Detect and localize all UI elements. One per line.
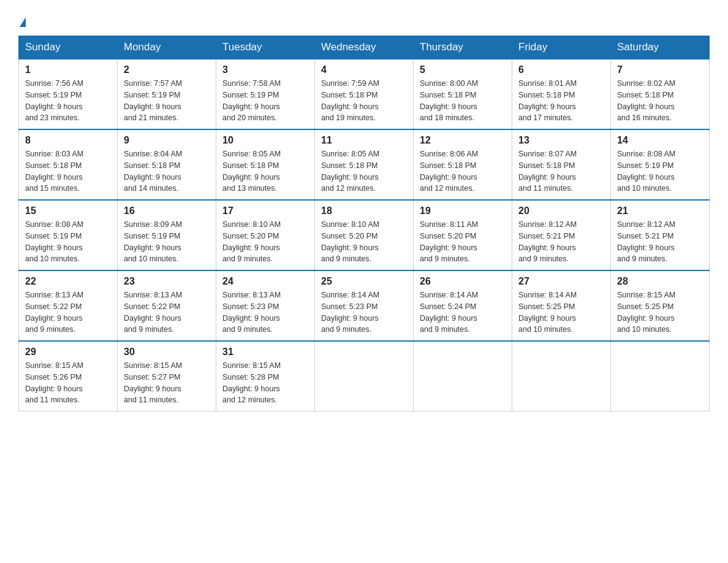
day-info: Sunrise: 8:03 AMSunset: 5:18 PMDaylight:… bbox=[25, 148, 111, 194]
day-number: 30 bbox=[124, 347, 210, 358]
day-info: Sunrise: 8:14 AMSunset: 5:24 PMDaylight:… bbox=[420, 289, 506, 335]
day-info: Sunrise: 8:01 AMSunset: 5:18 PMDaylight:… bbox=[518, 78, 604, 124]
calendar-week-row: 1 Sunrise: 7:56 AMSunset: 5:19 PMDayligh… bbox=[19, 59, 710, 129]
day-info: Sunrise: 7:59 AMSunset: 5:18 PMDaylight:… bbox=[321, 78, 407, 124]
calendar-cell: 1 Sunrise: 7:56 AMSunset: 5:19 PMDayligh… bbox=[19, 59, 118, 129]
calendar-cell: 5 Sunrise: 8:00 AMSunset: 5:18 PMDayligh… bbox=[414, 59, 512, 129]
day-number: 24 bbox=[222, 276, 308, 287]
day-info: Sunrise: 8:15 AMSunset: 5:27 PMDaylight:… bbox=[124, 360, 210, 406]
day-info: Sunrise: 8:08 AMSunset: 5:19 PMDaylight:… bbox=[617, 148, 703, 194]
calendar-cell: 20 Sunrise: 8:12 AMSunset: 5:21 PMDaylig… bbox=[512, 200, 611, 270]
day-number: 25 bbox=[321, 276, 407, 287]
calendar-cell: 8 Sunrise: 8:03 AMSunset: 5:18 PMDayligh… bbox=[19, 129, 118, 200]
header-sunday: Sunday bbox=[19, 36, 118, 59]
calendar-cell: 24 Sunrise: 8:13 AMSunset: 5:23 PMDaylig… bbox=[216, 270, 315, 341]
calendar-cell: 7 Sunrise: 8:02 AMSunset: 5:18 PMDayligh… bbox=[611, 59, 710, 129]
day-info: Sunrise: 8:09 AMSunset: 5:19 PMDaylight:… bbox=[124, 219, 210, 265]
day-info: Sunrise: 8:10 AMSunset: 5:20 PMDaylight:… bbox=[222, 219, 308, 265]
logo-triangle-icon bbox=[20, 17, 26, 27]
calendar-week-row: 15 Sunrise: 8:08 AMSunset: 5:19 PMDaylig… bbox=[19, 200, 710, 270]
calendar-cell: 13 Sunrise: 8:07 AMSunset: 5:18 PMDaylig… bbox=[512, 129, 611, 200]
day-number: 11 bbox=[321, 135, 407, 146]
day-info: Sunrise: 7:56 AMSunset: 5:19 PMDaylight:… bbox=[25, 78, 111, 124]
day-info: Sunrise: 8:02 AMSunset: 5:18 PMDaylight:… bbox=[617, 78, 703, 124]
calendar-cell: 4 Sunrise: 7:59 AMSunset: 5:18 PMDayligh… bbox=[315, 59, 414, 129]
calendar-cell: 30 Sunrise: 8:15 AMSunset: 5:27 PMDaylig… bbox=[118, 341, 216, 412]
day-info: Sunrise: 8:14 AMSunset: 5:25 PMDaylight:… bbox=[518, 289, 604, 335]
header-saturday: Saturday bbox=[611, 36, 710, 59]
day-number: 17 bbox=[222, 205, 308, 216]
calendar-cell: 15 Sunrise: 8:08 AMSunset: 5:19 PMDaylig… bbox=[19, 200, 118, 270]
calendar-cell: 9 Sunrise: 8:04 AMSunset: 5:18 PMDayligh… bbox=[118, 129, 216, 200]
day-number: 1 bbox=[25, 64, 111, 75]
day-number: 13 bbox=[518, 135, 604, 146]
day-info: Sunrise: 8:15 AMSunset: 5:26 PMDaylight:… bbox=[25, 360, 111, 406]
day-info: Sunrise: 8:12 AMSunset: 5:21 PMDaylight:… bbox=[617, 219, 703, 265]
calendar-cell: 26 Sunrise: 8:14 AMSunset: 5:24 PMDaylig… bbox=[414, 270, 512, 341]
day-number: 2 bbox=[124, 64, 210, 75]
calendar-cell: 3 Sunrise: 7:58 AMSunset: 5:19 PMDayligh… bbox=[216, 59, 315, 129]
calendar-cell: 2 Sunrise: 7:57 AMSunset: 5:19 PMDayligh… bbox=[118, 59, 216, 129]
day-number: 20 bbox=[518, 205, 604, 216]
day-info: Sunrise: 8:05 AMSunset: 5:18 PMDaylight:… bbox=[222, 148, 308, 194]
day-number: 9 bbox=[124, 135, 210, 146]
calendar-cell: 23 Sunrise: 8:13 AMSunset: 5:22 PMDaylig… bbox=[118, 270, 216, 341]
header-wednesday: Wednesday bbox=[315, 36, 414, 59]
day-info: Sunrise: 8:12 AMSunset: 5:21 PMDaylight:… bbox=[518, 219, 604, 265]
day-number: 31 bbox=[222, 347, 308, 358]
day-info: Sunrise: 7:58 AMSunset: 5:19 PMDaylight:… bbox=[222, 78, 308, 124]
day-info: Sunrise: 8:14 AMSunset: 5:23 PMDaylight:… bbox=[321, 289, 407, 335]
calendar-cell: 16 Sunrise: 8:09 AMSunset: 5:19 PMDaylig… bbox=[118, 200, 216, 270]
calendar-cell: 28 Sunrise: 8:15 AMSunset: 5:25 PMDaylig… bbox=[611, 270, 710, 341]
day-number: 19 bbox=[420, 205, 506, 216]
day-info: Sunrise: 8:07 AMSunset: 5:18 PMDaylight:… bbox=[518, 148, 604, 194]
day-info: Sunrise: 8:05 AMSunset: 5:18 PMDaylight:… bbox=[321, 148, 407, 194]
header-friday: Friday bbox=[512, 36, 611, 59]
page-header bbox=[18, 12, 710, 29]
day-number: 26 bbox=[420, 276, 506, 287]
calendar-cell: 11 Sunrise: 8:05 AMSunset: 5:18 PMDaylig… bbox=[315, 129, 414, 200]
day-number: 15 bbox=[25, 205, 111, 216]
calendar-cell: 31 Sunrise: 8:15 AMSunset: 5:28 PMDaylig… bbox=[216, 341, 315, 412]
header-tuesday: Tuesday bbox=[216, 36, 315, 59]
calendar-cell: 27 Sunrise: 8:14 AMSunset: 5:25 PMDaylig… bbox=[512, 270, 611, 341]
day-info: Sunrise: 8:06 AMSunset: 5:18 PMDaylight:… bbox=[420, 148, 506, 194]
calendar-cell: 12 Sunrise: 8:06 AMSunset: 5:18 PMDaylig… bbox=[414, 129, 512, 200]
day-info: Sunrise: 8:13 AMSunset: 5:22 PMDaylight:… bbox=[124, 289, 210, 335]
calendar-cell: 14 Sunrise: 8:08 AMSunset: 5:19 PMDaylig… bbox=[611, 129, 710, 200]
day-number: 16 bbox=[124, 205, 210, 216]
calendar-week-row: 8 Sunrise: 8:03 AMSunset: 5:18 PMDayligh… bbox=[19, 129, 710, 200]
calendar-cell: 10 Sunrise: 8:05 AMSunset: 5:18 PMDaylig… bbox=[216, 129, 315, 200]
calendar-cell bbox=[414, 341, 512, 412]
header-monday: Monday bbox=[118, 36, 216, 59]
day-info: Sunrise: 8:00 AMSunset: 5:18 PMDaylight:… bbox=[420, 78, 506, 124]
day-number: 21 bbox=[617, 205, 703, 216]
day-info: Sunrise: 7:57 AMSunset: 5:19 PMDaylight:… bbox=[124, 78, 210, 124]
logo-general-line bbox=[18, 12, 26, 29]
calendar-week-row: 29 Sunrise: 8:15 AMSunset: 5:26 PMDaylig… bbox=[19, 341, 710, 412]
day-number: 12 bbox=[420, 135, 506, 146]
day-number: 3 bbox=[222, 64, 308, 75]
calendar-cell bbox=[315, 341, 414, 412]
calendar-cell: 6 Sunrise: 8:01 AMSunset: 5:18 PMDayligh… bbox=[512, 59, 611, 129]
day-number: 27 bbox=[518, 276, 604, 287]
day-number: 8 bbox=[25, 135, 111, 146]
calendar-cell: 19 Sunrise: 8:11 AMSunset: 5:20 PMDaylig… bbox=[414, 200, 512, 270]
calendar-cell: 21 Sunrise: 8:12 AMSunset: 5:21 PMDaylig… bbox=[611, 200, 710, 270]
calendar-cell bbox=[512, 341, 611, 412]
day-info: Sunrise: 8:10 AMSunset: 5:20 PMDaylight:… bbox=[321, 219, 407, 265]
day-number: 6 bbox=[518, 64, 604, 75]
calendar-cell: 25 Sunrise: 8:14 AMSunset: 5:23 PMDaylig… bbox=[315, 270, 414, 341]
day-number: 23 bbox=[124, 276, 210, 287]
day-info: Sunrise: 8:13 AMSunset: 5:22 PMDaylight:… bbox=[25, 289, 111, 335]
calendar-cell bbox=[611, 341, 710, 412]
calendar-week-row: 22 Sunrise: 8:13 AMSunset: 5:22 PMDaylig… bbox=[19, 270, 710, 341]
day-number: 4 bbox=[321, 64, 407, 75]
day-number: 7 bbox=[617, 64, 703, 75]
day-info: Sunrise: 8:15 AMSunset: 5:25 PMDaylight:… bbox=[617, 289, 703, 335]
day-number: 18 bbox=[321, 205, 407, 216]
header-thursday: Thursday bbox=[414, 36, 512, 59]
logo bbox=[18, 12, 26, 29]
weekday-header-row: Sunday Monday Tuesday Wednesday Thursday… bbox=[19, 36, 710, 59]
day-info: Sunrise: 8:13 AMSunset: 5:23 PMDaylight:… bbox=[222, 289, 308, 335]
